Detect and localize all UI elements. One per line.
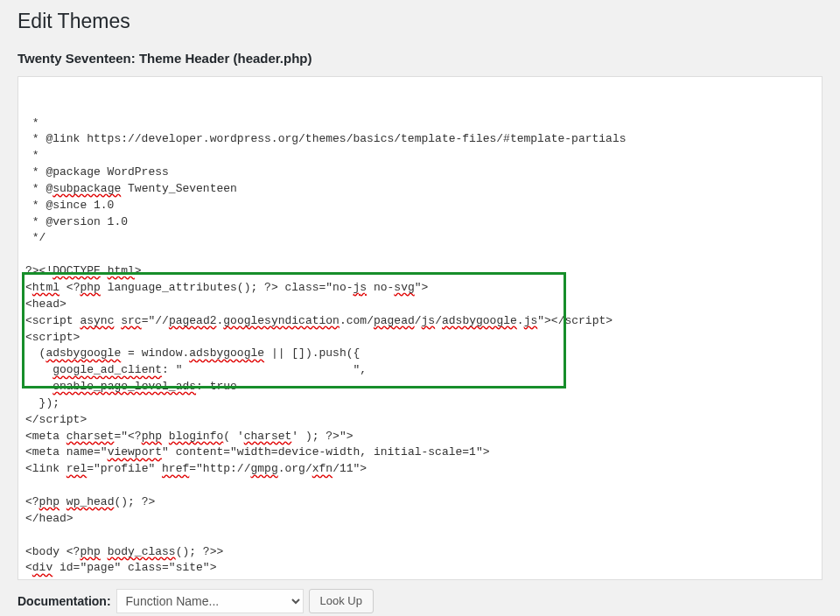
documentation-row: Documentation: Function Name... Look Up [18, 589, 822, 613]
code-line: <head> [25, 297, 815, 313]
code-editor[interactable]: * * @link https://developer.wordpress.or… [18, 76, 822, 580]
code-line: <?php wp_head(); ?> [25, 494, 815, 511]
function-name-select[interactable]: Function Name... [116, 589, 304, 613]
code-line: <script async src="//pagead2.googlesyndi… [25, 313, 815, 330]
code-line: * @link https://developer.wordpress.org/… [25, 131, 815, 148]
code-line: <a class="skip-link screen-reader-text" … [25, 577, 815, 580]
look-up-button[interactable]: Look Up [309, 589, 374, 613]
code-line: <meta name="viewport" content="width=dev… [25, 444, 815, 461]
code-line: <script> [25, 330, 815, 346]
code-line: * @package WordPress [25, 164, 815, 181]
code-line: */ [25, 230, 815, 247]
code-line: google_ad_client: " ", [25, 362, 815, 379]
code-line: </script> [25, 412, 815, 429]
code-line: * [25, 116, 815, 132]
code-line [25, 528, 815, 544]
code-line: </head> [25, 511, 815, 528]
code-line: * [25, 148, 815, 164]
code-line [25, 478, 815, 494]
file-title: Twenty Seventeen: Theme Header (header.p… [18, 51, 822, 66]
code-line [25, 247, 815, 263]
code-line: <body <?php body_class(); ?>> [25, 544, 815, 561]
code-line: * @version 1.0 [25, 214, 815, 231]
page-title: Edit Themes [18, 9, 822, 35]
code-line: * @since 1.0 [25, 198, 815, 214]
code-line: }); [25, 396, 815, 412]
code-line: <div id="page" class="site"> [25, 560, 815, 577]
code-line: <meta charset="<?php bloginfo( 'charset'… [25, 429, 815, 445]
code-line: (adsbygoogle = window.adsbygoogle || [])… [25, 346, 815, 362]
code-line: enable_page_level_ads: true [25, 379, 815, 396]
code-line: ?><!DOCTYPE html> [25, 263, 815, 280]
code-line: <link rel="profile" href="http://gmpg.or… [25, 461, 815, 478]
documentation-label: Documentation: [18, 594, 111, 608]
code-line: * @subpackage Twenty_Seventeen [25, 181, 815, 198]
code-line: <html <?php language_attributes(); ?> cl… [25, 280, 815, 297]
